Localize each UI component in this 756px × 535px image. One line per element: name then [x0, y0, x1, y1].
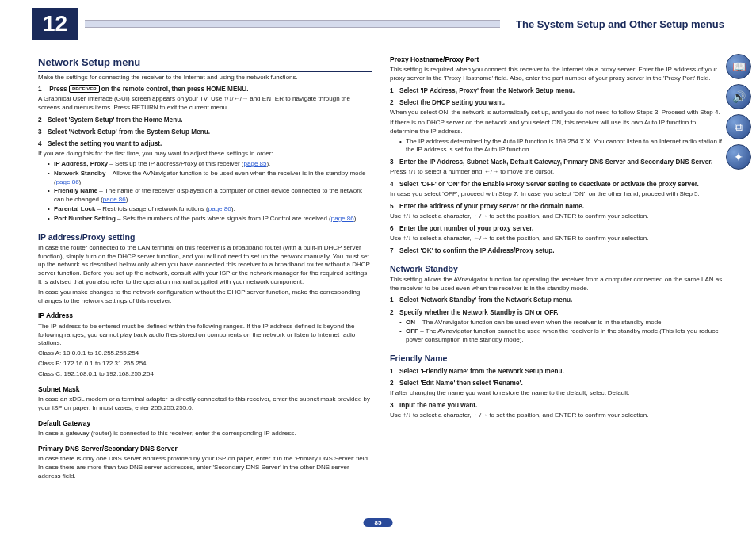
step3-text: Select 'Network Setup' from the System S… — [48, 128, 210, 136]
c2-step7: 7Select 'OK' to confirm the IP Address/P… — [390, 246, 724, 255]
friendly-name-heading: Friendly Name — [390, 353, 724, 364]
dns-heading: Primary DNS Server/Secondary DNS Server — [38, 445, 372, 453]
c2s1-text: Select 'IP Address, Proxy' from the Netw… — [399, 87, 575, 94]
page-link[interactable]: page 86 — [208, 205, 231, 212]
intro-text: Make the settings for connecting the rec… — [38, 74, 372, 82]
c2s6-desc: Use ↑/↓ to select a character, ←/→ to se… — [390, 235, 724, 243]
ns-option-item: OFF – The AVnavigator function cannot be… — [399, 327, 724, 345]
c2-step2: 2Select the DHCP setting you want. — [390, 98, 724, 107]
ns-step1: 1Select 'Network Standby' from the Netwo… — [390, 296, 724, 304]
settings-list-item: Network Standby – Allows the AVNavigator… — [48, 170, 372, 187]
settings-list-item: Friendly Name – The name of the receiver… — [48, 187, 372, 204]
proxy-heading: Proxy Hostname/Proxy Port — [390, 55, 724, 64]
page-title: The System Setup and Other Setup menus — [500, 18, 724, 30]
proxy-desc: This setting is required when you connec… — [390, 66, 724, 83]
c2s3-desc: Press ↑/↓ to select a number and ←/→ to … — [390, 168, 724, 177]
page-header: 12 The System Setup and Other Setup menu… — [0, 0, 756, 44]
page-number: 85 — [364, 518, 393, 527]
c2s3-text: Enter the IP Address, Subnet Mask, Defau… — [399, 159, 712, 166]
ipproxy-desc2: In case you make changes to the network … — [38, 289, 372, 306]
ns-desc: This setting allows the AVnavigator func… — [390, 276, 724, 293]
ns2-text: Specify whether the Network Standby is O… — [399, 309, 559, 316]
page-link[interactable]: page 85 — [244, 160, 267, 167]
speaker-icon[interactable]: 🔊 — [726, 84, 751, 109]
c2s5-desc: Use ↑/↓ to select a character, ←/→ to se… — [390, 212, 724, 221]
step-1: 1 Press RECEIVER on the remote control, … — [38, 85, 372, 94]
fn3-desc: Use ↑/↓ to select a character, ←/→ to se… — [390, 411, 724, 420]
step1-post: on the remote control, then press HOME M… — [100, 86, 249, 93]
header-rule — [85, 20, 500, 28]
receiver-button-icon: RECEIVER — [69, 85, 100, 93]
step4-desc: If you are doing this for the first time… — [38, 150, 372, 159]
subnet-desc: In case an xDSL modem or a terminal adap… — [38, 396, 372, 413]
c2-step3: 3Enter the IP Address, Subnet Mask, Defa… — [390, 158, 724, 166]
gateway-heading: Default Gateway — [38, 419, 372, 428]
c2-step1: 1Select 'IP Address, Proxy' from the Net… — [390, 86, 724, 95]
class-b: Class B: 172.16.0.1 to 172.31.255.254 — [38, 360, 372, 369]
c2s2-desc1: When you select ON, the network is autom… — [390, 109, 724, 117]
step-2: 2Select 'System Setup' from the Home Men… — [38, 116, 372, 124]
ipproxy-desc: In case the router connected to the LAN … — [38, 244, 372, 287]
step-3: 3Select 'Network Setup' from the System … — [38, 128, 372, 136]
page-link[interactable]: page 86 — [103, 196, 126, 203]
settings-list-item: IP Address, Proxy – Sets up the IP addre… — [48, 160, 372, 169]
step2-text: Select 'System Setup' from the Home Menu… — [48, 117, 182, 124]
c2s4-desc: In case you select 'OFF', proceed with S… — [390, 190, 724, 199]
fn2-text: Select 'Edit Name' then select 'Rename'. — [399, 380, 523, 387]
auto-ip-bullet: The IP address determined by the Auto IP… — [399, 138, 724, 155]
gateway-desc: In case a gateway (router) is connected … — [38, 430, 372, 438]
dns-desc: In case there is only one DNS server add… — [38, 455, 372, 480]
c2-step5: 5Enter the address of your proxy server … — [390, 202, 724, 211]
ipaddr-desc: The IP address to be entered must be def… — [38, 323, 372, 348]
page-link[interactable]: page 86 — [331, 215, 354, 222]
settings-list: IP Address, Proxy – Sets up the IP addre… — [48, 160, 372, 224]
c2s5-text: Enter the address of your proxy server o… — [399, 203, 584, 210]
side-nav-icons: 📖 🔊 ⧉ ✦ — [726, 54, 751, 170]
page-link[interactable]: page 86 — [56, 178, 79, 185]
class-c: Class C: 192.168.0.1 to 192.168.255.254 — [38, 370, 372, 379]
step4-text: Select the setting you want to adjust. — [48, 140, 162, 147]
c2-step6: 6Enter the port number of your proxy ser… — [390, 224, 724, 233]
c2s2-text: Select the DHCP setting you want. — [399, 99, 505, 106]
chapter-number: 12 — [32, 8, 78, 40]
devices-icon[interactable]: ⧉ — [726, 114, 751, 139]
c2s4-text: Select 'OFF' or 'ON' for the Enable Prox… — [399, 181, 699, 188]
ip-address-heading: IP Address — [38, 311, 372, 320]
auto-ip-note: The IP address determined by the Auto IP… — [399, 138, 724, 155]
page-body: Network Setup menu Make the settings for… — [0, 44, 756, 483]
fn-step1: 1Select 'Friendly Name' from the Network… — [390, 367, 724, 376]
c2s7-text: Select 'OK' to confirm the IP Address/Pr… — [399, 247, 554, 254]
step1-desc: A Graphical User Interface (GUI) screen … — [38, 95, 372, 113]
step1-pre: Press — [49, 86, 69, 93]
ns1-text: Select 'Network Standby' from the Networ… — [399, 296, 572, 304]
ns-step2: 2Specify whether the Network Standby is … — [390, 308, 724, 317]
globe-icon[interactable]: ✦ — [726, 144, 751, 170]
c2s6-text: Enter the port number of your proxy serv… — [399, 225, 533, 232]
settings-list-item: Port Number Setting – Sets the numbers o… — [48, 215, 372, 224]
book-icon[interactable]: 📖 — [726, 54, 751, 79]
settings-list-item: Parental Lock – Restricts usage of netwo… — [48, 205, 372, 214]
fn-step3: 3Input the name you want. — [390, 401, 724, 410]
ns-option-item: ON – The AVnavigator function can be use… — [399, 319, 724, 327]
right-column: Proxy Hostname/Proxy Port This setting i… — [390, 52, 724, 483]
fn3-text: Input the name you want. — [399, 402, 477, 409]
network-standby-heading: Network Standby — [390, 263, 724, 274]
fn2-desc: If after changing the name you want to r… — [390, 389, 724, 398]
left-column: Network Setup menu Make the settings for… — [38, 52, 372, 483]
class-a: Class A: 10.0.0.1 to 10.255.255.254 — [38, 350, 372, 358]
subnet-heading: Subnet Mask — [38, 385, 372, 394]
fn1-text: Select 'Friendly Name' from the Network … — [399, 368, 564, 375]
section-heading: Network Setup menu — [38, 55, 372, 72]
fn-step2: 2Select 'Edit Name' then select 'Rename'… — [390, 379, 724, 388]
c2s2-desc2: If there is no DHCP server on the networ… — [390, 119, 724, 136]
step-4: 4Select the setting you want to adjust. — [38, 139, 372, 148]
ns-options: ON – The AVnavigator function can be use… — [399, 319, 724, 345]
c2-step4: 4Select 'OFF' or 'ON' for the Enable Pro… — [390, 180, 724, 189]
subsection-heading: IP address/Proxy setting — [38, 231, 372, 243]
